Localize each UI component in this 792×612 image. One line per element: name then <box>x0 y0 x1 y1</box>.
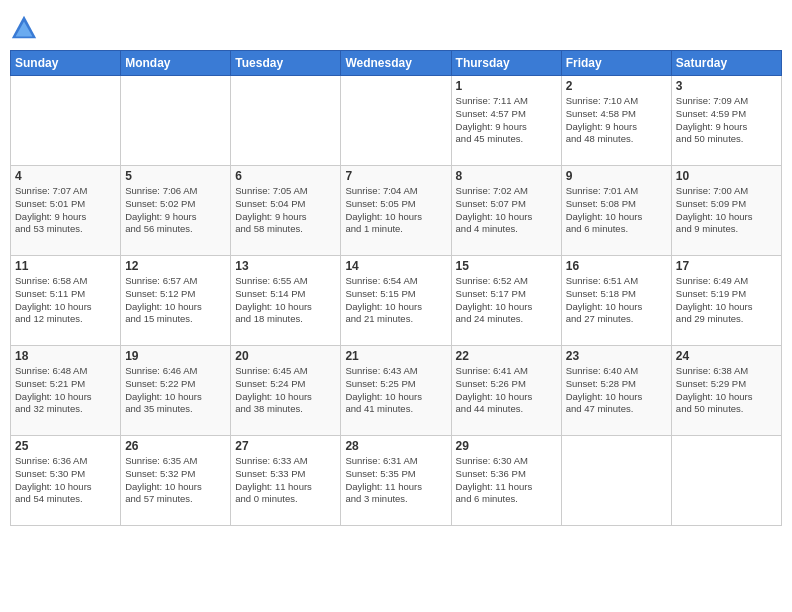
day-number: 2 <box>566 79 667 93</box>
calendar-cell: 19Sunrise: 6:46 AM Sunset: 5:22 PM Dayli… <box>121 346 231 436</box>
day-info: Sunrise: 7:01 AM Sunset: 5:08 PM Dayligh… <box>566 185 667 236</box>
calendar-cell: 27Sunrise: 6:33 AM Sunset: 5:33 PM Dayli… <box>231 436 341 526</box>
calendar-cell: 23Sunrise: 6:40 AM Sunset: 5:28 PM Dayli… <box>561 346 671 436</box>
day-info: Sunrise: 6:55 AM Sunset: 5:14 PM Dayligh… <box>235 275 336 326</box>
day-info: Sunrise: 6:49 AM Sunset: 5:19 PM Dayligh… <box>676 275 777 326</box>
day-number: 12 <box>125 259 226 273</box>
day-number: 25 <box>15 439 116 453</box>
day-number: 18 <box>15 349 116 363</box>
calendar-cell: 16Sunrise: 6:51 AM Sunset: 5:18 PM Dayli… <box>561 256 671 346</box>
day-number: 14 <box>345 259 446 273</box>
calendar: SundayMondayTuesdayWednesdayThursdayFrid… <box>10 50 782 526</box>
day-number: 5 <box>125 169 226 183</box>
day-info: Sunrise: 7:02 AM Sunset: 5:07 PM Dayligh… <box>456 185 557 236</box>
calendar-cell: 12Sunrise: 6:57 AM Sunset: 5:12 PM Dayli… <box>121 256 231 346</box>
day-number: 3 <box>676 79 777 93</box>
calendar-cell <box>671 436 781 526</box>
calendar-cell: 1Sunrise: 7:11 AM Sunset: 4:57 PM Daylig… <box>451 76 561 166</box>
calendar-cell: 8Sunrise: 7:02 AM Sunset: 5:07 PM Daylig… <box>451 166 561 256</box>
day-number: 28 <box>345 439 446 453</box>
day-number: 9 <box>566 169 667 183</box>
day-info: Sunrise: 6:57 AM Sunset: 5:12 PM Dayligh… <box>125 275 226 326</box>
calendar-cell: 3Sunrise: 7:09 AM Sunset: 4:59 PM Daylig… <box>671 76 781 166</box>
day-info: Sunrise: 6:40 AM Sunset: 5:28 PM Dayligh… <box>566 365 667 416</box>
day-number: 1 <box>456 79 557 93</box>
day-info: Sunrise: 6:36 AM Sunset: 5:30 PM Dayligh… <box>15 455 116 506</box>
day-of-week-tuesday: Tuesday <box>231 51 341 76</box>
day-info: Sunrise: 7:06 AM Sunset: 5:02 PM Dayligh… <box>125 185 226 236</box>
calendar-cell: 4Sunrise: 7:07 AM Sunset: 5:01 PM Daylig… <box>11 166 121 256</box>
calendar-cell <box>561 436 671 526</box>
calendar-cell: 5Sunrise: 7:06 AM Sunset: 5:02 PM Daylig… <box>121 166 231 256</box>
calendar-cell: 7Sunrise: 7:04 AM Sunset: 5:05 PM Daylig… <box>341 166 451 256</box>
day-number: 29 <box>456 439 557 453</box>
calendar-cell: 26Sunrise: 6:35 AM Sunset: 5:32 PM Dayli… <box>121 436 231 526</box>
day-info: Sunrise: 7:04 AM Sunset: 5:05 PM Dayligh… <box>345 185 446 236</box>
calendar-body: 1Sunrise: 7:11 AM Sunset: 4:57 PM Daylig… <box>11 76 782 526</box>
day-number: 19 <box>125 349 226 363</box>
day-number: 11 <box>15 259 116 273</box>
day-number: 23 <box>566 349 667 363</box>
day-number: 24 <box>676 349 777 363</box>
day-info: Sunrise: 7:10 AM Sunset: 4:58 PM Dayligh… <box>566 95 667 146</box>
calendar-week-0: 1Sunrise: 7:11 AM Sunset: 4:57 PM Daylig… <box>11 76 782 166</box>
calendar-week-2: 11Sunrise: 6:58 AM Sunset: 5:11 PM Dayli… <box>11 256 782 346</box>
day-of-week-thursday: Thursday <box>451 51 561 76</box>
day-info: Sunrise: 6:43 AM Sunset: 5:25 PM Dayligh… <box>345 365 446 416</box>
day-info: Sunrise: 7:11 AM Sunset: 4:57 PM Dayligh… <box>456 95 557 146</box>
calendar-week-4: 25Sunrise: 6:36 AM Sunset: 5:30 PM Dayli… <box>11 436 782 526</box>
day-number: 13 <box>235 259 336 273</box>
calendar-cell: 21Sunrise: 6:43 AM Sunset: 5:25 PM Dayli… <box>341 346 451 436</box>
day-info: Sunrise: 6:48 AM Sunset: 5:21 PM Dayligh… <box>15 365 116 416</box>
calendar-cell <box>11 76 121 166</box>
day-info: Sunrise: 7:05 AM Sunset: 5:04 PM Dayligh… <box>235 185 336 236</box>
calendar-cell: 2Sunrise: 7:10 AM Sunset: 4:58 PM Daylig… <box>561 76 671 166</box>
day-number: 15 <box>456 259 557 273</box>
calendar-cell: 18Sunrise: 6:48 AM Sunset: 5:21 PM Dayli… <box>11 346 121 436</box>
day-info: Sunrise: 6:31 AM Sunset: 5:35 PM Dayligh… <box>345 455 446 506</box>
calendar-cell: 15Sunrise: 6:52 AM Sunset: 5:17 PM Dayli… <box>451 256 561 346</box>
days-header-row: SundayMondayTuesdayWednesdayThursdayFrid… <box>11 51 782 76</box>
calendar-cell: 10Sunrise: 7:00 AM Sunset: 5:09 PM Dayli… <box>671 166 781 256</box>
calendar-cell: 28Sunrise: 6:31 AM Sunset: 5:35 PM Dayli… <box>341 436 451 526</box>
calendar-cell <box>121 76 231 166</box>
calendar-cell <box>341 76 451 166</box>
day-number: 22 <box>456 349 557 363</box>
calendar-cell <box>231 76 341 166</box>
day-info: Sunrise: 6:52 AM Sunset: 5:17 PM Dayligh… <box>456 275 557 326</box>
calendar-cell: 14Sunrise: 6:54 AM Sunset: 5:15 PM Dayli… <box>341 256 451 346</box>
day-of-week-saturday: Saturday <box>671 51 781 76</box>
day-number: 4 <box>15 169 116 183</box>
calendar-header: SundayMondayTuesdayWednesdayThursdayFrid… <box>11 51 782 76</box>
day-info: Sunrise: 7:09 AM Sunset: 4:59 PM Dayligh… <box>676 95 777 146</box>
calendar-cell: 9Sunrise: 7:01 AM Sunset: 5:08 PM Daylig… <box>561 166 671 256</box>
day-number: 21 <box>345 349 446 363</box>
calendar-week-1: 4Sunrise: 7:07 AM Sunset: 5:01 PM Daylig… <box>11 166 782 256</box>
day-number: 8 <box>456 169 557 183</box>
day-info: Sunrise: 6:41 AM Sunset: 5:26 PM Dayligh… <box>456 365 557 416</box>
calendar-cell: 22Sunrise: 6:41 AM Sunset: 5:26 PM Dayli… <box>451 346 561 436</box>
day-info: Sunrise: 6:33 AM Sunset: 5:33 PM Dayligh… <box>235 455 336 506</box>
day-info: Sunrise: 7:00 AM Sunset: 5:09 PM Dayligh… <box>676 185 777 236</box>
calendar-cell: 6Sunrise: 7:05 AM Sunset: 5:04 PM Daylig… <box>231 166 341 256</box>
day-number: 27 <box>235 439 336 453</box>
logo <box>10 14 42 42</box>
day-of-week-wednesday: Wednesday <box>341 51 451 76</box>
day-number: 17 <box>676 259 777 273</box>
day-info: Sunrise: 6:35 AM Sunset: 5:32 PM Dayligh… <box>125 455 226 506</box>
day-number: 20 <box>235 349 336 363</box>
day-info: Sunrise: 6:51 AM Sunset: 5:18 PM Dayligh… <box>566 275 667 326</box>
calendar-cell: 24Sunrise: 6:38 AM Sunset: 5:29 PM Dayli… <box>671 346 781 436</box>
day-number: 26 <box>125 439 226 453</box>
calendar-week-3: 18Sunrise: 6:48 AM Sunset: 5:21 PM Dayli… <box>11 346 782 436</box>
calendar-cell: 25Sunrise: 6:36 AM Sunset: 5:30 PM Dayli… <box>11 436 121 526</box>
day-number: 6 <box>235 169 336 183</box>
day-info: Sunrise: 6:45 AM Sunset: 5:24 PM Dayligh… <box>235 365 336 416</box>
calendar-cell: 20Sunrise: 6:45 AM Sunset: 5:24 PM Dayli… <box>231 346 341 436</box>
day-number: 10 <box>676 169 777 183</box>
calendar-cell: 29Sunrise: 6:30 AM Sunset: 5:36 PM Dayli… <box>451 436 561 526</box>
calendar-cell: 13Sunrise: 6:55 AM Sunset: 5:14 PM Dayli… <box>231 256 341 346</box>
day-info: Sunrise: 6:46 AM Sunset: 5:22 PM Dayligh… <box>125 365 226 416</box>
header <box>10 10 782 42</box>
day-of-week-monday: Monday <box>121 51 231 76</box>
